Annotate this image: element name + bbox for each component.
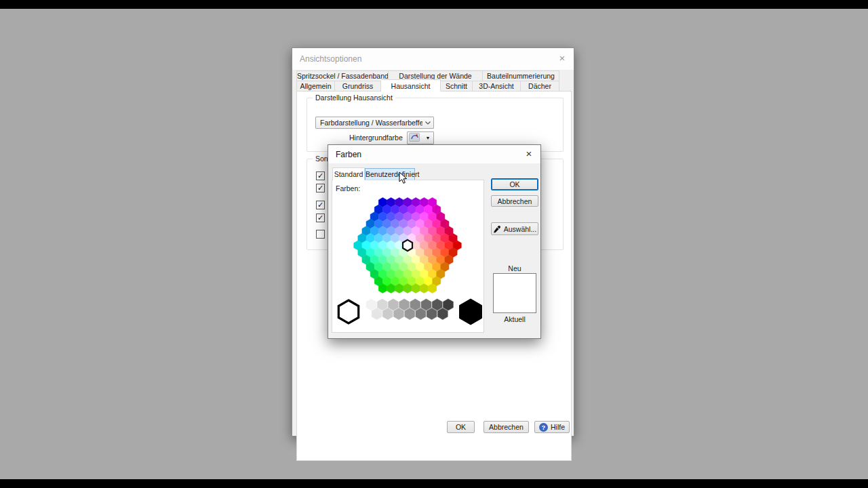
letterbox-bottom	[0, 479, 868, 488]
tab-spritzsockel-fassadenband[interactable]: Spritzsockel / Fassadenband	[296, 70, 389, 81]
pick-color-button[interactable]: Auswähl...	[491, 222, 538, 235]
farben-titlebar: Farben ×	[328, 145, 540, 163]
main-dialog-title: Ansichtsoptionen	[300, 54, 361, 64]
color-swatch-icon	[408, 133, 422, 143]
tab-standard[interactable]: Standard	[332, 167, 365, 180]
hintergrundfarbe-color-combobox[interactable]: ▼	[407, 131, 434, 144]
group-darstellung-label: Darstellung Hausansicht	[313, 94, 395, 102]
farbdarstellung-combobox-value: Farbdarstellung / Wasserfarbeffekt	[316, 119, 422, 127]
cancel-button[interactable]: Abbrechen	[491, 195, 538, 207]
ok-button[interactable]: OK	[491, 178, 538, 190]
screen: Ansichtsoptionen × Spritzsockel / Fassad…	[0, 0, 868, 488]
standard-tab-page: Farben:	[332, 180, 484, 333]
farben-dialog: Farben × Standard Benutzerdefiniert Farb…	[328, 144, 541, 339]
checkbox-g[interactable]: ✓	[316, 171, 325, 180]
ok-button[interactable]: OK	[447, 421, 475, 433]
tab-allgemein[interactable]: Allgemein	[296, 81, 335, 92]
help-icon: ?	[539, 423, 548, 432]
checkbox-r[interactable]: ✓	[316, 214, 325, 222]
color-preview-box	[493, 273, 536, 313]
help-button-label: Hilfe	[551, 423, 565, 431]
tab-3d-ansicht[interactable]: 3D-Ansicht	[473, 81, 521, 92]
hintergrundfarbe-label: Hintergrundfarbe	[349, 134, 403, 142]
tab-daecher[interactable]: Dächer	[521, 81, 559, 92]
checkbox-a[interactable]	[316, 230, 325, 239]
cancel-button[interactable]: Abbrechen	[484, 421, 529, 433]
eyedropper-icon	[493, 225, 501, 233]
dropdown-arrow-icon: ▼	[422, 136, 433, 140]
close-icon[interactable]: ×	[517, 145, 540, 162]
checkbox-f[interactable]: ✓	[316, 201, 325, 209]
tab-benutzerdefiniert[interactable]: Benutzerdefiniert	[365, 168, 415, 180]
help-button[interactable]: ? Hilfe	[534, 421, 570, 433]
farbdarstellung-combobox[interactable]: Farbdarstellung / Wasserfarbeffekt	[315, 117, 434, 129]
farben-label: Farben:	[336, 184, 360, 192]
pick-color-label: Auswähl...	[504, 225, 536, 233]
grayscale-swatch-strip[interactable]	[332, 296, 485, 328]
tab-bauteilnummerierung[interactable]: Bauteilnummerierung	[483, 70, 559, 81]
main-titlebar: Ansichtsoptionen ×	[292, 48, 574, 70]
chevron-down-icon	[422, 121, 433, 125]
letterbox-top	[0, 0, 868, 9]
new-color-label: Neu	[491, 264, 538, 272]
farben-dialog-title: Farben	[336, 150, 361, 159]
current-color-label: Aktuell	[491, 315, 538, 323]
checkbox-k[interactable]: ✓	[316, 184, 325, 192]
tab-hausansicht[interactable]: Hausansicht	[381, 79, 441, 92]
hex-color-palette[interactable]	[350, 195, 465, 296]
close-icon[interactable]: ×	[551, 48, 574, 68]
tab-schnitt[interactable]: Schnitt	[441, 81, 473, 92]
tab-grundriss[interactable]: Grundriss	[335, 81, 381, 92]
tab-row-2: Allgemein Grundriss Hausansicht Schnitt …	[296, 81, 559, 92]
